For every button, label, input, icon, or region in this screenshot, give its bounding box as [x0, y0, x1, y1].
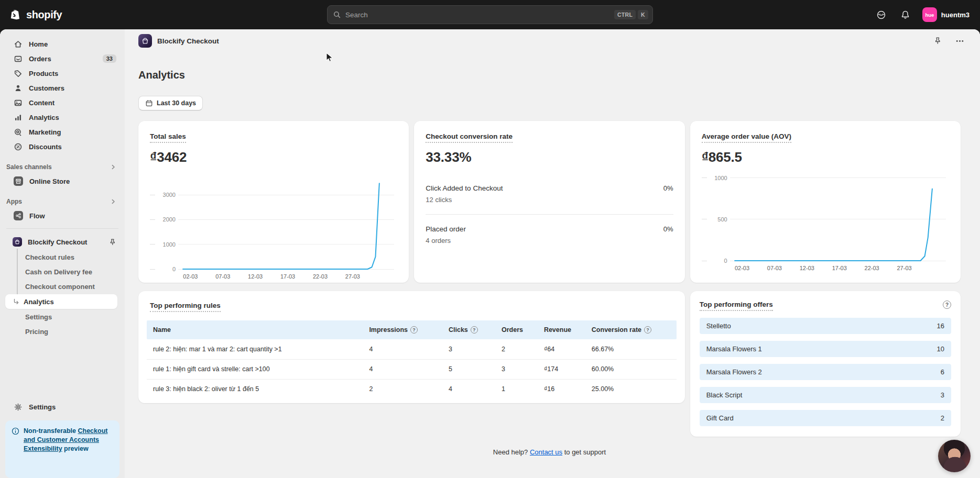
aov-value: ₫865.5: [702, 149, 949, 165]
offer-row: Black Script 3: [700, 387, 951, 403]
offer-row: Marsala Flowers 1 10: [700, 341, 951, 357]
sidebar-item-settings[interactable]: Settings: [0, 399, 125, 414]
subnav-checkout-rules[interactable]: Checkout rules: [0, 250, 125, 264]
help-icon[interactable]: ?: [471, 326, 478, 334]
aov-card: Average order value (AOV) ₫865.5 1000 50…: [690, 121, 961, 283]
subnav-checkout-component[interactable]: Checkout component: [0, 279, 125, 294]
sales-line-series: [181, 181, 394, 269]
x-axis-tick: 22-03: [865, 265, 879, 271]
offer-row: Marsala Flowers 2 6: [700, 364, 951, 380]
apps-section[interactable]: Apps: [0, 195, 125, 208]
sidebar-item-home[interactable]: Home: [0, 37, 125, 51]
content-icon: [14, 98, 23, 107]
rules-table-title: Top performing rules: [150, 302, 221, 312]
total-sales-title: Total sales: [150, 132, 186, 143]
user-menu[interactable]: hue huentm3: [921, 6, 971, 23]
blockify-app-icon: [138, 34, 152, 48]
chevron-right-icon: [110, 198, 116, 205]
offers-title: Top performing offers: [700, 301, 773, 311]
y-axis-tick: 3000: [158, 192, 176, 198]
sidebar-item-marketing[interactable]: Marketing: [0, 125, 125, 139]
orders-cell: 2: [496, 339, 539, 359]
shortcut-ctrl-key: CTRL: [614, 10, 636, 19]
conversion-rate-card: Checkout conversion rate 33.33% Click Ad…: [414, 121, 684, 283]
table-row: rule 3: hiện black 2: oliver từ 1 đến 5 …: [147, 379, 677, 399]
pin-icon: [933, 37, 942, 45]
x-axis-tick: 12-03: [800, 265, 814, 271]
sidebar-item-products[interactable]: Products: [0, 66, 125, 81]
analytics-page: Analytics Last 30 days Total sales ₫3462…: [125, 52, 980, 478]
clicks-cell: 5: [443, 359, 496, 379]
y-axis-tick: 1000: [710, 175, 727, 181]
date-range-button[interactable]: Last 30 days: [138, 96, 203, 110]
notifications-button[interactable]: [897, 6, 914, 23]
aov-title: Average order value (AOV): [702, 132, 791, 143]
pin-app-button[interactable]: [931, 35, 944, 47]
sidebar-item-blockify-checkout[interactable]: Blockify Checkout: [0, 234, 125, 250]
top-performing-offers-card: Top performing offers ? Stelletto 16 Mar…: [690, 291, 961, 437]
pin-icon[interactable]: [108, 238, 116, 246]
info-icon: [12, 427, 19, 471]
conversion-rate-cell: 25.00%: [586, 379, 677, 399]
rule-name-cell: rule 2: hiện: mar 1 và mar 2: cart quant…: [147, 339, 364, 359]
x-axis-tick: 07-03: [215, 273, 230, 280]
sidebar-item-flow[interactable]: Flow: [0, 208, 125, 223]
sidebar-item-online-store[interactable]: Online Store: [0, 174, 125, 188]
sales-channels-section[interactable]: Sales channels: [0, 160, 125, 174]
divider: [426, 214, 673, 215]
funnel-step-rate: 0%: [663, 184, 673, 192]
subnav-analytics-selected[interactable]: Analytics: [5, 294, 117, 309]
column-header-revenue: Revenue: [539, 320, 586, 339]
subnav-pricing[interactable]: Pricing: [0, 324, 125, 339]
sidebar: Home Orders 33 Products Customers Conten…: [0, 29, 125, 478]
bell-icon: [900, 10, 910, 20]
offer-count: 6: [941, 368, 944, 376]
top-performing-rules-card: Top performing rules Name Impressions? C…: [138, 291, 685, 403]
more-options-button[interactable]: [953, 35, 966, 48]
orders-cell: 3: [496, 359, 539, 379]
conversion-rate-cell: 66.67%: [586, 339, 677, 359]
person-icon: [14, 84, 23, 93]
impressions-cell: 2: [364, 379, 443, 399]
online-store-icon: [14, 176, 23, 186]
total-sales-value: ₫3462: [150, 149, 397, 165]
column-header-impressions: Impressions?: [364, 320, 443, 339]
help-icon[interactable]: ?: [410, 326, 418, 334]
search-icon: [333, 10, 341, 19]
gear-icon: [14, 403, 23, 412]
search-input[interactable]: Search CTRL K: [327, 5, 653, 24]
help-icon[interactable]: ?: [943, 301, 951, 309]
support-footer: Need help? Contact us to get support: [138, 448, 961, 456]
column-header-clicks: Clicks?: [443, 320, 496, 339]
revenue-cell: ₫64: [539, 339, 586, 359]
sidebar-item-analytics[interactable]: Analytics: [0, 110, 125, 125]
conversion-rate-value: 33.33%: [426, 149, 673, 165]
sidebar-item-orders[interactable]: Orders 33: [0, 51, 125, 66]
help-icon[interactable]: ?: [644, 326, 651, 334]
subnav-cash-on-delivery-fee[interactable]: Cash on Delivery fee: [0, 264, 125, 279]
x-axis-tick: 17-03: [280, 273, 295, 280]
support-chat-avatar[interactable]: [938, 440, 971, 472]
search-placeholder: Search: [345, 11, 612, 19]
chevron-right-icon: [110, 164, 116, 170]
sidebar-item-content[interactable]: Content: [0, 95, 125, 110]
offer-name: Marsala Flowers 2: [706, 368, 762, 376]
shopify-logo[interactable]: shopify: [9, 8, 62, 21]
banner-text: Non-transferable Checkout and Customer A…: [24, 427, 113, 471]
contact-us-link[interactable]: Contact us: [530, 448, 562, 456]
shopify-wordmark: shopify: [26, 9, 62, 21]
sidebar-item-customers[interactable]: Customers: [0, 81, 125, 95]
blockify-subnav: Checkout rules Cash on Delivery fee Chec…: [0, 250, 125, 339]
subnav-settings[interactable]: Settings: [0, 309, 125, 324]
impressions-cell: 4: [364, 359, 443, 379]
shopify-bag-icon: [9, 8, 23, 21]
offer-name: Gift Card: [706, 414, 734, 422]
sidekick-button[interactable]: [873, 6, 890, 23]
x-axis-tick: 02-03: [735, 265, 749, 271]
offer-count: 3: [941, 391, 944, 399]
funnel-step-label: Placed order: [426, 225, 466, 233]
bar-chart-icon: [14, 113, 23, 122]
offer-row: Stelletto 16: [700, 318, 951, 334]
offer-count: 2: [941, 414, 944, 422]
sidebar-item-discounts[interactable]: Discounts: [0, 139, 125, 154]
